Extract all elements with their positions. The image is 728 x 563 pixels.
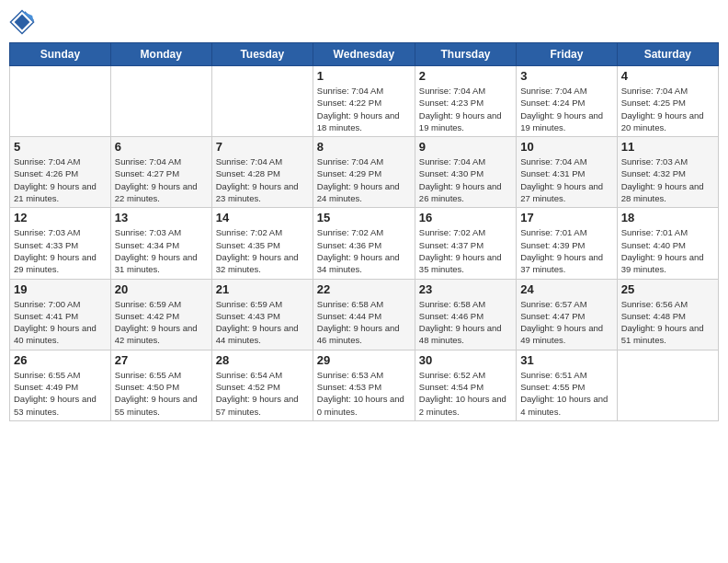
calendar-cell: 9Sunrise: 7:04 AM Sunset: 4:30 PM Daylig… (415, 137, 516, 208)
day-number: 9 (419, 140, 512, 154)
calendar-cell: 25Sunrise: 6:56 AM Sunset: 4:48 PM Dayli… (617, 279, 718, 350)
calendar-cell: 14Sunrise: 7:02 AM Sunset: 4:35 PM Dayli… (211, 208, 313, 279)
calendar-cell: 6Sunrise: 7:04 AM Sunset: 4:27 PM Daylig… (110, 137, 211, 208)
calendar-cell: 16Sunrise: 7:02 AM Sunset: 4:37 PM Dayli… (415, 208, 516, 279)
calendar-cell: 7Sunrise: 7:04 AM Sunset: 4:28 PM Daylig… (211, 137, 313, 208)
calendar-cell: 11Sunrise: 7:03 AM Sunset: 4:32 PM Dayli… (617, 137, 718, 208)
day-number: 21 (216, 282, 309, 296)
calendar-cell (110, 66, 211, 137)
calendar-cell: 10Sunrise: 7:04 AM Sunset: 4:31 PM Dayli… (517, 137, 617, 208)
calendar-cell (211, 66, 313, 137)
calendar-cell: 2Sunrise: 7:04 AM Sunset: 4:23 PM Daylig… (415, 66, 516, 137)
calendar-header-row: Sunday Monday Tuesday Wednesday Thursday… (10, 43, 719, 66)
header-monday: Monday (110, 43, 211, 66)
day-number: 23 (419, 282, 512, 296)
day-info: Sunrise: 7:04 AM Sunset: 4:29 PM Dayligh… (317, 155, 411, 204)
calendar-cell (617, 350, 718, 420)
calendar-cell: 30Sunrise: 6:52 AM Sunset: 4:54 PM Dayli… (415, 350, 516, 420)
calendar-week-row: 5Sunrise: 7:04 AM Sunset: 4:26 PM Daylig… (10, 137, 719, 208)
day-info: Sunrise: 6:55 AM Sunset: 4:49 PM Dayligh… (14, 369, 107, 418)
day-info: Sunrise: 6:57 AM Sunset: 4:47 PM Dayligh… (520, 298, 612, 347)
day-number: 5 (14, 140, 107, 154)
calendar-cell: 26Sunrise: 6:55 AM Sunset: 4:49 PM Dayli… (10, 350, 111, 420)
day-info: Sunrise: 7:04 AM Sunset: 4:28 PM Dayligh… (216, 155, 309, 204)
calendar-cell: 4Sunrise: 7:04 AM Sunset: 4:25 PM Daylig… (617, 66, 718, 137)
day-number: 12 (14, 211, 107, 224)
calendar-cell: 22Sunrise: 6:58 AM Sunset: 4:44 PM Dayli… (313, 279, 415, 350)
header-friday: Friday (517, 43, 617, 66)
calendar-cell: 18Sunrise: 7:01 AM Sunset: 4:40 PM Dayli… (617, 208, 718, 279)
day-number: 8 (317, 140, 411, 154)
day-number: 27 (115, 353, 208, 367)
calendar-cell: 17Sunrise: 7:01 AM Sunset: 4:39 PM Dayli… (517, 208, 617, 279)
day-info: Sunrise: 7:04 AM Sunset: 4:23 PM Dayligh… (419, 85, 512, 133)
calendar-cell: 8Sunrise: 7:04 AM Sunset: 4:29 PM Daylig… (313, 137, 415, 208)
calendar-cell: 31Sunrise: 6:51 AM Sunset: 4:55 PM Dayli… (517, 350, 617, 420)
calendar-cell: 28Sunrise: 6:54 AM Sunset: 4:52 PM Dayli… (211, 350, 313, 420)
calendar-cell: 29Sunrise: 6:53 AM Sunset: 4:53 PM Dayli… (313, 350, 415, 420)
calendar-cell: 20Sunrise: 6:59 AM Sunset: 4:42 PM Dayli… (110, 279, 211, 350)
calendar-cell: 3Sunrise: 7:04 AM Sunset: 4:24 PM Daylig… (517, 66, 617, 137)
day-number: 19 (14, 282, 107, 296)
page-header (9, 9, 719, 35)
day-info: Sunrise: 7:04 AM Sunset: 4:26 PM Dayligh… (14, 155, 107, 204)
day-info: Sunrise: 7:04 AM Sunset: 4:22 PM Dayligh… (317, 85, 411, 133)
day-number: 28 (216, 353, 309, 367)
day-info: Sunrise: 7:04 AM Sunset: 4:30 PM Dayligh… (419, 155, 512, 204)
logo-icon (9, 9, 35, 35)
calendar-week-row: 1Sunrise: 7:04 AM Sunset: 4:22 PM Daylig… (10, 66, 719, 137)
day-info: Sunrise: 6:53 AM Sunset: 4:53 PM Dayligh… (317, 369, 411, 418)
header-saturday: Saturday (617, 43, 718, 66)
day-info: Sunrise: 6:59 AM Sunset: 4:43 PM Dayligh… (216, 298, 309, 347)
calendar-cell: 1Sunrise: 7:04 AM Sunset: 4:22 PM Daylig… (313, 66, 415, 137)
day-info: Sunrise: 7:03 AM Sunset: 4:32 PM Dayligh… (621, 155, 714, 204)
day-number: 14 (216, 211, 309, 224)
calendar-cell: 21Sunrise: 6:59 AM Sunset: 4:43 PM Dayli… (211, 279, 313, 350)
header-sunday: Sunday (10, 43, 111, 66)
day-number: 11 (621, 140, 714, 154)
day-info: Sunrise: 6:55 AM Sunset: 4:50 PM Dayligh… (115, 369, 208, 418)
calendar-cell: 13Sunrise: 7:03 AM Sunset: 4:34 PM Dayli… (110, 208, 211, 279)
day-number: 1 (317, 69, 411, 83)
day-info: Sunrise: 6:54 AM Sunset: 4:52 PM Dayligh… (216, 369, 309, 418)
day-number: 18 (621, 211, 714, 224)
calendar-cell (10, 66, 111, 137)
day-info: Sunrise: 7:02 AM Sunset: 4:36 PM Dayligh… (317, 226, 411, 275)
day-info: Sunrise: 7:01 AM Sunset: 4:39 PM Dayligh… (520, 226, 612, 275)
day-number: 10 (520, 140, 612, 154)
day-info: Sunrise: 6:52 AM Sunset: 4:54 PM Dayligh… (419, 369, 512, 418)
calendar-cell: 24Sunrise: 6:57 AM Sunset: 4:47 PM Dayli… (517, 279, 617, 350)
day-number: 7 (216, 140, 309, 154)
day-number: 31 (520, 353, 612, 367)
day-info: Sunrise: 6:56 AM Sunset: 4:48 PM Dayligh… (621, 298, 714, 347)
day-info: Sunrise: 7:00 AM Sunset: 4:41 PM Dayligh… (14, 298, 107, 347)
day-number: 16 (419, 211, 512, 224)
day-number: 3 (520, 69, 612, 83)
calendar-cell: 27Sunrise: 6:55 AM Sunset: 4:50 PM Dayli… (110, 350, 211, 420)
calendar-table: Sunday Monday Tuesday Wednesday Thursday… (9, 42, 719, 421)
day-number: 15 (317, 211, 411, 224)
calendar-week-row: 12Sunrise: 7:03 AM Sunset: 4:33 PM Dayli… (10, 208, 719, 279)
day-info: Sunrise: 7:04 AM Sunset: 4:25 PM Dayligh… (621, 85, 714, 133)
calendar-cell: 15Sunrise: 7:02 AM Sunset: 4:36 PM Dayli… (313, 208, 415, 279)
day-info: Sunrise: 7:02 AM Sunset: 4:35 PM Dayligh… (216, 226, 309, 275)
day-number: 29 (317, 353, 411, 367)
calendar-cell: 5Sunrise: 7:04 AM Sunset: 4:26 PM Daylig… (10, 137, 111, 208)
day-number: 30 (419, 353, 512, 367)
calendar-cell: 12Sunrise: 7:03 AM Sunset: 4:33 PM Dayli… (10, 208, 111, 279)
logo (9, 9, 37, 35)
day-info: Sunrise: 7:02 AM Sunset: 4:37 PM Dayligh… (419, 226, 512, 275)
header-wednesday: Wednesday (313, 43, 415, 66)
day-number: 26 (14, 353, 107, 367)
calendar-week-row: 26Sunrise: 6:55 AM Sunset: 4:49 PM Dayli… (10, 350, 719, 420)
day-info: Sunrise: 7:03 AM Sunset: 4:33 PM Dayligh… (14, 226, 107, 275)
header-tuesday: Tuesday (211, 43, 313, 66)
day-number: 6 (115, 140, 208, 154)
day-number: 25 (621, 282, 714, 296)
day-number: 2 (419, 69, 512, 83)
day-number: 22 (317, 282, 411, 296)
day-info: Sunrise: 7:01 AM Sunset: 4:40 PM Dayligh… (621, 226, 714, 275)
calendar-cell: 19Sunrise: 7:00 AM Sunset: 4:41 PM Dayli… (10, 279, 111, 350)
day-number: 13 (115, 211, 208, 224)
day-number: 17 (520, 211, 612, 224)
